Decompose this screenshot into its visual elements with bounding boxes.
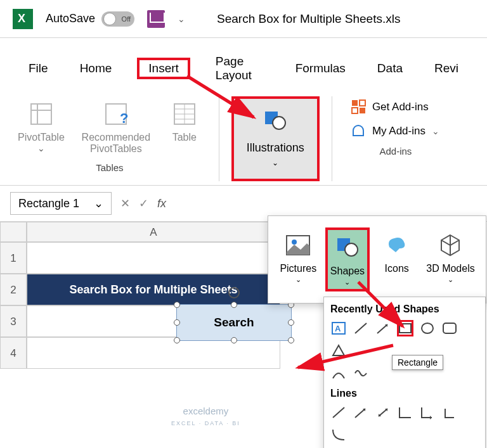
resize-handle[interactable]	[231, 337, 237, 343]
tab-formulas[interactable]: Formulas	[289, 58, 352, 79]
formula-bar-controls: ✕ ✓ fx	[120, 196, 166, 210]
triangle-shape-icon[interactable]	[330, 342, 347, 359]
svg-point-17	[292, 240, 297, 245]
ribbon: PivotTable ⌄ ? Recommended PivotTables T…	[0, 91, 487, 186]
excel-icon	[13, 9, 33, 29]
svg-rect-24	[399, 324, 411, 333]
elbow-connector-icon[interactable]	[397, 404, 413, 421]
svg-rect-12	[352, 100, 358, 106]
line-shape-icon[interactable]	[353, 320, 369, 336]
rounded-rect-shape-icon[interactable]	[441, 320, 458, 336]
cell[interactable]	[27, 337, 280, 369]
pictures-icon	[283, 230, 313, 260]
row-header[interactable]: 1	[0, 242, 27, 274]
tables-group: PivotTable ⌄ ? Recommended PivotTables T…	[13, 96, 207, 181]
table-button[interactable]: Table	[162, 96, 207, 147]
name-box[interactable]: Rectangle 1 ⌄	[10, 192, 112, 215]
fx-icon[interactable]: fx	[157, 197, 166, 210]
tab-page-layout[interactable]: Page Layout	[209, 51, 270, 86]
save-icon[interactable]	[147, 10, 165, 28]
watermark: exceldemy EXCEL · DATA · BI	[171, 406, 240, 426]
autosave-toggle[interactable]: AutoSave Off	[46, 11, 134, 27]
arrow-line-icon[interactable]	[353, 404, 369, 421]
row-header[interactable]: 3	[0, 305, 27, 337]
3d-models-button[interactable]: 3D Models ⌄	[424, 227, 477, 291]
tab-data[interactable]: Data	[371, 58, 409, 79]
svg-point-19	[345, 243, 358, 256]
qat-dropdown-icon[interactable]: ⌄	[178, 14, 185, 24]
elbow-arrow-icon[interactable]	[419, 404, 436, 421]
lines-row	[330, 404, 479, 443]
chevron-down-icon: ⌄	[272, 158, 278, 167]
search-rectangle-shape[interactable]: Search	[176, 304, 292, 341]
svg-rect-26	[443, 323, 456, 333]
chevron-down-icon: ⌄	[448, 276, 453, 284]
confirm-icon[interactable]: ✓	[139, 196, 148, 210]
svg-rect-0	[31, 104, 51, 124]
svg-text:A: A	[335, 324, 341, 333]
title-cell[interactable]: Search Box for Multiple Sheets	[27, 274, 280, 305]
tab-home[interactable]: Home	[74, 58, 119, 79]
curve-connector-icon[interactable]	[330, 426, 347, 443]
recommended-pivottables-icon: ?	[102, 100, 130, 128]
rectangle-shape-icon[interactable]	[397, 320, 413, 336]
illustrations-icon	[263, 110, 288, 135]
column-header-a[interactable]: A	[27, 222, 280, 242]
resize-handle[interactable]	[174, 337, 180, 343]
recent-shapes-row: A	[330, 320, 479, 359]
title-bar: AutoSave Off ⌄ Search Box for Multiple S…	[0, 0, 487, 38]
shapes-button[interactable]: Shapes ⌄	[325, 227, 370, 291]
oval-shape-icon[interactable]	[419, 320, 436, 336]
recommended-pivottables-button[interactable]: ? Recommended PivotTables	[75, 96, 157, 158]
tables-group-label: Tables	[96, 162, 123, 173]
row-header[interactable]: 2	[0, 274, 27, 305]
pictures-button[interactable]: Pictures ⌄	[276, 227, 320, 291]
table-icon	[171, 100, 198, 128]
chevron-down-icon: ⌄	[295, 276, 301, 284]
resize-handle[interactable]	[174, 319, 180, 326]
chevron-down-icon: ⌄	[94, 196, 103, 210]
resize-handle[interactable]	[174, 302, 180, 308]
shapes-icon	[332, 233, 363, 263]
autosave-label: AutoSave	[46, 12, 95, 25]
svg-line-28	[355, 409, 365, 418]
tab-insert[interactable]: Insert	[137, 58, 190, 79]
my-addins-button[interactable]: My Add-ins ⌄	[352, 124, 439, 138]
svg-point-11	[273, 117, 285, 129]
illustrations-button[interactable]: Illustrations ⌄	[231, 96, 320, 181]
recently-used-header: Recently Used Shapes	[330, 304, 479, 315]
textbox-shape-icon[interactable]: A	[330, 320, 347, 336]
svg-text:?: ?	[120, 110, 128, 126]
select-all-corner[interactable]	[0, 222, 27, 242]
chevron-down-icon: ⌄	[37, 143, 45, 153]
tab-file[interactable]: File	[22, 58, 55, 79]
double-arrow-icon[interactable]	[375, 404, 391, 421]
get-addins-button[interactable]: Get Add-ins	[352, 100, 439, 114]
curve-shape-icon[interactable]	[330, 365, 347, 381]
divider	[219, 96, 219, 181]
scribble-shape-icon[interactable]	[353, 365, 369, 381]
resize-handle[interactable]	[288, 337, 294, 343]
ribbon-tabs: File Home Insert Page Layout Formulas Da…	[0, 38, 487, 91]
svg-rect-15	[360, 108, 365, 113]
line-arrow-shape-icon[interactable]	[375, 320, 391, 336]
row-header[interactable]: 4	[0, 337, 27, 369]
toggle-off[interactable]: Off	[101, 11, 134, 27]
cell[interactable]	[27, 242, 280, 274]
addins-group-label: Add-ins	[379, 146, 412, 157]
lines-header: Lines	[330, 388, 479, 399]
pivottable-button[interactable]: PivotTable ⌄	[13, 96, 70, 157]
icons-button[interactable]: Icons	[375, 227, 419, 291]
document-title: Search Box for Multiple Sheets.xls	[217, 12, 400, 26]
addins-group: Get Add-ins My Add-ins ⌄ Add-ins	[344, 96, 447, 181]
svg-line-23	[377, 324, 387, 333]
elbow-double-arrow-icon[interactable]	[441, 404, 458, 421]
rotate-handle[interactable]	[228, 287, 240, 298]
resize-handle[interactable]	[231, 302, 237, 308]
resize-handle[interactable]	[288, 319, 294, 326]
illustrations-dropdown: Pictures ⌄ Shapes ⌄ Icons 3D Models ⌄	[268, 215, 486, 304]
pivottable-icon	[27, 100, 55, 128]
cancel-icon[interactable]: ✕	[120, 196, 130, 210]
tab-review[interactable]: Revi	[428, 58, 465, 79]
line-icon[interactable]	[330, 404, 347, 421]
